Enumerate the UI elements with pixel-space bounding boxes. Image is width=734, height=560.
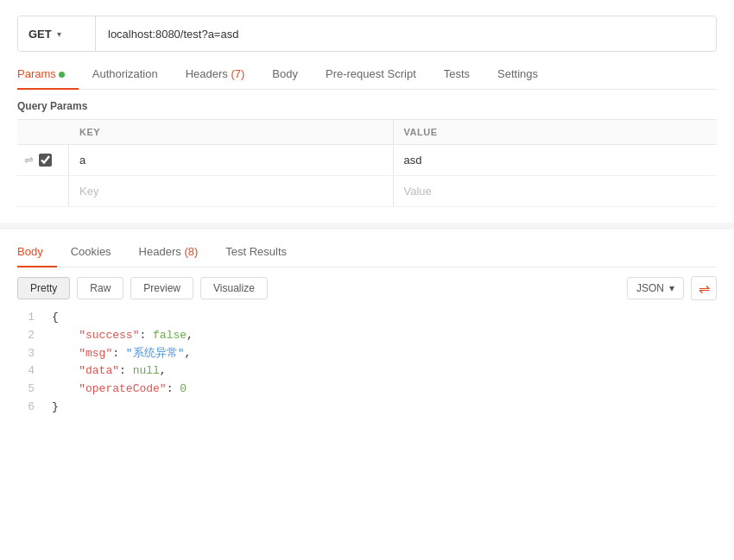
tab-params[interactable]: Params <box>17 60 79 89</box>
key-column-header: KEY <box>69 120 393 144</box>
response-tabs-bar: Body Cookies Headers (8) Test Results <box>17 230 717 267</box>
chevron-down-icon: ▾ <box>57 29 61 39</box>
response-tab-headers[interactable]: Headers (8) <box>125 238 212 267</box>
response-toolbar: Pretty Raw Preview Visualize JSON ▾ ⇌ <box>0 267 734 309</box>
code-line-5: 5 "operateCode": 0 <box>17 381 717 399</box>
query-params-table: KEY VALUE ⇌ a asd Key Value <box>17 119 717 207</box>
value-column-header: VALUE <box>393 120 718 144</box>
params-dot-indicator <box>59 72 65 78</box>
url-bar: GET ▾ <box>17 16 717 52</box>
preview-button[interactable]: Preview <box>130 277 193 299</box>
row-checkbox[interactable] <box>39 154 52 167</box>
row-controls: ⇌ <box>17 145 69 175</box>
empty-row-controls <box>17 176 69 206</box>
code-line-3: 3 "msg": "系统异常", <box>17 345 717 363</box>
empty-value-cell[interactable]: Value <box>393 176 718 206</box>
wrap-button[interactable]: ⇌ <box>691 276 717 300</box>
row-content: a asd <box>69 145 717 175</box>
code-line-2: 2 "success": false, <box>17 327 717 345</box>
query-params-title: Query Params <box>0 90 734 119</box>
filter-icon[interactable]: ⇌ <box>24 154 34 167</box>
code-line-1: 1 { <box>17 309 717 327</box>
response-tab-test-results[interactable]: Test Results <box>212 238 301 267</box>
request-tabs-bar: Params Authorization Headers (7) Body Pr… <box>17 52 717 90</box>
section-divider <box>0 223 734 230</box>
pretty-button[interactable]: Pretty <box>17 277 70 299</box>
response-tab-body[interactable]: Body <box>17 238 57 267</box>
response-tab-cookies[interactable]: Cookies <box>57 238 125 267</box>
code-line-4: 4 "data": null, <box>17 362 717 381</box>
empty-row-content: Key Value <box>69 176 717 206</box>
tab-pre-request-script[interactable]: Pre-request Script <box>312 60 430 89</box>
key-cell[interactable]: a <box>69 145 393 175</box>
json-format-selector[interactable]: JSON ▾ <box>627 277 684 299</box>
table-row: ⇌ a asd <box>17 145 717 176</box>
empty-key-cell[interactable]: Key <box>69 176 393 206</box>
method-selector[interactable]: GET ▾ <box>18 16 96 51</box>
code-line-6: 6 } <box>17 399 717 417</box>
response-code-block: 1 { 2 "success": false, 3 "msg": "系统异常",… <box>17 309 717 417</box>
tab-settings[interactable]: Settings <box>484 60 552 89</box>
value-cell[interactable]: asd <box>393 145 718 175</box>
tab-body[interactable]: Body <box>258 60 312 89</box>
visualize-button[interactable]: Visualize <box>200 277 268 299</box>
table-header-row: KEY VALUE <box>17 119 717 145</box>
response-headers-badge: (8) <box>184 245 198 258</box>
method-label: GET <box>28 28 52 41</box>
tab-tests[interactable]: Tests <box>430 60 484 89</box>
json-chevron-icon: ▾ <box>669 282 674 294</box>
wrap-icon: ⇌ <box>699 280 710 297</box>
tab-authorization[interactable]: Authorization <box>79 60 172 89</box>
headers-badge: (7) <box>231 67 244 80</box>
raw-button[interactable]: Raw <box>77 277 123 299</box>
url-input[interactable] <box>96 28 716 41</box>
tab-headers[interactable]: Headers (7) <box>172 60 259 89</box>
table-empty-row: Key Value <box>17 176 717 207</box>
